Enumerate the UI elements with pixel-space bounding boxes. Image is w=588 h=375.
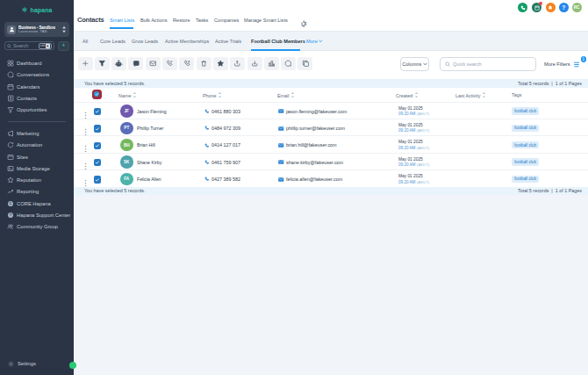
svg-text:C: C: [10, 201, 12, 206]
